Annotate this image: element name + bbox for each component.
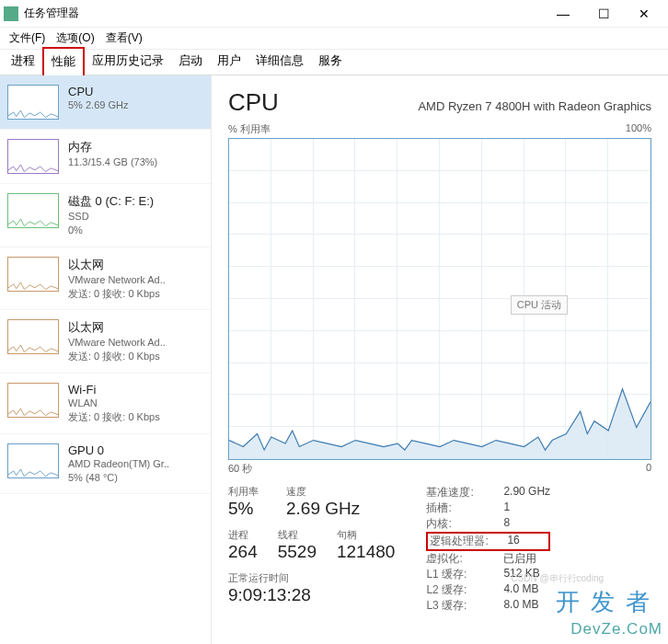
close-button[interactable]: ✕ [624, 0, 664, 28]
stat-proc-label: 进程 [228, 528, 258, 542]
sidebar-item-name: 磁盘 0 (C: F: E:) [68, 193, 154, 210]
sidebar-item-sub2: 0% [68, 224, 154, 237]
axis-bottom-right: 0 [646, 462, 651, 476]
cpu-title: CPU [228, 88, 279, 117]
spec-row-6: L2 缓存:4.0 MB [426, 582, 550, 598]
tab-1[interactable]: 性能 [42, 47, 85, 75]
spec-row-5: L1 缓存:512 KB [426, 567, 550, 582]
axis-top-left: % 利用率 [228, 122, 271, 136]
spec-row-0: 基准速度:2.90 GHz [426, 485, 550, 500]
sidebar-item-name: 以太网 [68, 257, 166, 273]
sidebar-item-sub: 11.3/15.4 GB (73%) [68, 155, 157, 169]
perf-detail-panel: CPU AMD Ryzen 7 4800H with Radeon Graphi… [212, 75, 668, 644]
tab-strip: 进程性能应用历史记录启动用户详细信息服务 [0, 50, 668, 75]
menu-options[interactable]: 选项(O) [51, 29, 99, 48]
sidebar-item-sub: SSD [68, 210, 154, 224]
sidebar-thumb [7, 85, 59, 120]
sidebar-item-3[interactable]: 以太网VMware Network Ad..发送: 0 接收: 0 Kbps [0, 247, 211, 311]
spec-row-4: 虚拟化:已启用 [426, 551, 550, 567]
spec-row-3: 逻辑处理器:16 [426, 532, 550, 551]
stat-util-label: 利用率 [228, 485, 259, 499]
spec-row-1: 插槽:1 [426, 500, 550, 516]
stat-handle-value: 121480 [337, 542, 395, 562]
sidebar-thumb [7, 443, 59, 478]
sidebar-item-sub: VMware Network Ad.. [68, 336, 166, 350]
chart-annotation: CPU 活动 [511, 295, 568, 315]
sidebar-item-sub2: 发送: 0 接收: 0 Kbps [68, 410, 160, 424]
watermark-url: DevZe.CoM [570, 620, 662, 638]
cpu-model: AMD Ryzen 7 4800H with Radeon Graphics [418, 99, 651, 113]
sidebar-item-4[interactable]: 以太网VMware Network Ad..发送: 0 接收: 0 Kbps [0, 310, 211, 374]
cpu-chart[interactable]: CPU 活动 [228, 138, 651, 460]
tab-5[interactable]: 详细信息 [248, 48, 311, 75]
stat-proc-value: 264 [228, 542, 258, 562]
window-title: 任务管理器 [24, 6, 543, 21]
tab-4[interactable]: 用户 [210, 48, 248, 75]
menu-view[interactable]: 查看(V) [100, 29, 148, 48]
sidebar-item-sub2: 发送: 0 接收: 0 Kbps [68, 287, 166, 301]
sidebar-thumb [7, 319, 59, 354]
sidebar-item-name: CPU [68, 85, 128, 98]
sidebar-thumb [7, 193, 59, 228]
sidebar-item-name: 内存 [68, 139, 157, 155]
sidebar-item-sub: AMD Radeon(TM) Gr.. [68, 457, 169, 471]
stat-speed-label: 速度 [286, 485, 360, 499]
stat-thread-value: 5529 [278, 542, 317, 562]
maximize-button[interactable]: ☐ [583, 0, 624, 28]
window-titlebar: 任务管理器 — ☐ ✕ [0, 0, 668, 28]
sidebar-item-sub2: 发送: 0 接收: 0 Kbps [68, 350, 166, 363]
sidebar-item-2[interactable]: 磁盘 0 (C: F: E:)SSD0% [0, 184, 211, 247]
minimize-button[interactable]: — [543, 0, 583, 28]
axis-bottom-left: 60 秒 [228, 462, 252, 476]
sidebar-item-sub: 5% 2.69 GHz [68, 98, 128, 112]
sidebar-item-sub: VMware Network Ad.. [68, 273, 166, 287]
sidebar-item-name: 以太网 [68, 319, 166, 336]
perf-sidebar: CPU5% 2.69 GHz内存11.3/15.4 GB (73%)磁盘 0 (… [0, 75, 212, 644]
sidebar-thumb [7, 257, 59, 292]
tab-6[interactable]: 服务 [311, 48, 350, 75]
app-icon [4, 6, 18, 21]
stat-util-value: 5% [228, 499, 259, 519]
menu-bar: 文件(F) 选项(O) 查看(V) [0, 28, 668, 50]
sidebar-item-6[interactable]: GPU 0AMD Radeon(TM) Gr..5% (48 °C) [0, 434, 211, 495]
sidebar-item-name: Wi-Fi [68, 383, 160, 397]
stat-uptime-label: 正常运行时间 [228, 571, 395, 585]
sidebar-item-0[interactable]: CPU5% 2.69 GHz [0, 75, 211, 130]
sidebar-item-1[interactable]: 内存11.3/15.4 GB (73%) [0, 130, 211, 184]
sidebar-item-5[interactable]: Wi-FiWLAN发送: 0 接收: 0 Kbps [0, 374, 211, 434]
stat-uptime-value: 9:09:13:28 [228, 585, 395, 605]
sidebar-thumb [7, 139, 59, 174]
sidebar-item-name: GPU 0 [68, 443, 169, 457]
sidebar-thumb [7, 383, 59, 418]
spec-row-7: L3 缓存:8.0 MB [426, 598, 550, 614]
stat-speed-value: 2.69 GHz [286, 499, 360, 519]
cpu-spec-table: 基准速度:2.90 GHz插槽:1内核:8逻辑处理器:16虚拟化:已启用L1 缓… [426, 485, 550, 615]
sidebar-item-sub2: 5% (48 °C) [68, 471, 169, 485]
tab-2[interactable]: 应用历史记录 [85, 48, 171, 75]
tab-0[interactable]: 进程 [4, 48, 42, 75]
stat-thread-label: 线程 [278, 528, 317, 542]
stat-handle-label: 句柄 [337, 528, 395, 542]
menu-file[interactable]: 文件(F) [4, 29, 51, 48]
sidebar-item-sub: WLAN [68, 397, 160, 410]
axis-top-right: 100% [626, 122, 651, 136]
tab-3[interactable]: 启动 [171, 48, 210, 75]
spec-row-2: 内核:8 [426, 516, 550, 532]
